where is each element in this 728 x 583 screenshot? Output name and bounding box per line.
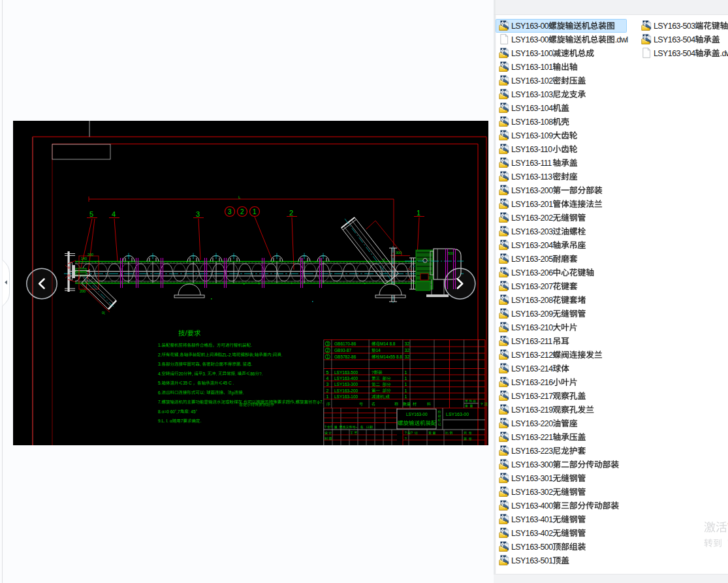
svg-text:LSY163-108: LSY163-108 xyxy=(511,118,553,127)
svg-text:?: ? xyxy=(372,370,374,375)
svg-text:GB93-87: GB93-87 xyxy=(334,348,351,353)
svg-text:.dw: .dw xyxy=(720,49,728,58)
svg-text:LSY163-00: LSY163-00 xyxy=(406,412,428,417)
svg-text:6.: 6. xyxy=(158,390,162,395)
svg-text:LSY163-00: LSY163-00 xyxy=(446,412,469,417)
svg-text:7.: 7. xyxy=(320,400,324,404)
svg-text:9.L. l.: 9.L. l. xyxy=(158,418,168,423)
svg-text:8.: 8. xyxy=(158,409,162,414)
svg-text:?.: ?. xyxy=(259,371,263,376)
svg-text:: 45: : 45 xyxy=(189,409,196,414)
svg-text:35 C: 35 C xyxy=(183,381,192,385)
svg-text:LSY163-00: LSY163-00 xyxy=(511,22,549,31)
svg-text:1: 1 xyxy=(417,209,420,217)
svg-text:.: . xyxy=(240,362,242,366)
svg-text:20: 20 xyxy=(178,371,183,376)
svg-text:LSY163-211: LSY163-211 xyxy=(511,337,552,346)
svg-text:LSY163-500: LSY163-500 xyxy=(511,543,553,552)
svg-text:LSY163-223: LSY163-223 xyxy=(511,447,553,456)
svg-text:1: 1 xyxy=(405,394,407,399)
svg-text:LSY163-400: LSY163-400 xyxy=(334,376,358,381)
svg-text:LSY163-300: LSY163-300 xyxy=(511,460,553,469)
svg-text:LSY163-504: LSY163-504 xyxy=(654,35,695,44)
svg-text:LSY163-102: LSY163-102 xyxy=(511,76,553,86)
svg-text:LSY163-500: LSY163-500 xyxy=(334,370,358,375)
svg-text:;: ; xyxy=(253,353,255,357)
svg-text:LSY163-00: LSY163-00 xyxy=(511,35,549,44)
svg-text:2: 2 xyxy=(289,209,293,217)
svg-text:32: 32 xyxy=(405,348,410,353)
svg-text::: : xyxy=(204,390,205,395)
svg-text:ZL-2.: ZL-2. xyxy=(222,353,232,357)
svg-text:3: 3 xyxy=(196,210,200,218)
svg-text:4.: 4. xyxy=(158,371,162,376)
svg-text:LSY163-103: LSY163-103 xyxy=(511,90,553,99)
svg-text:?: ? xyxy=(405,431,407,435)
svg-text:LSY163-202: LSY163-202 xyxy=(511,213,553,223)
svg-text::: : xyxy=(472,400,473,403)
svg-text:LSY163-221: LSY163-221 xyxy=(511,433,553,442)
svg-text:1: 1 xyxy=(405,388,407,393)
svg-text:LSY163-217: LSY163-217 xyxy=(511,392,553,401)
svg-text:?: ? xyxy=(411,431,413,435)
svg-text:45 C .: 45 C . xyxy=(223,381,234,385)
svg-text:?: ? xyxy=(405,437,407,441)
svg-text:1: 1 xyxy=(405,382,407,386)
svg-text:LSY163-503: LSY163-503 xyxy=(654,22,695,31)
svg-text:LSY163-200: LSY163-200 xyxy=(334,388,358,393)
svg-text:5.: 5. xyxy=(158,381,162,385)
svg-text:LSY163-204: LSY163-204 xyxy=(511,241,553,250)
svg-text:p: p xyxy=(232,390,234,396)
svg-text:.: . xyxy=(243,390,244,395)
svg-text:LSY163-104: LSY163-104 xyxy=(511,104,553,113)
svg-text:LSY163-212: LSY163-212 xyxy=(511,351,553,360)
svg-text:140: 140 xyxy=(81,257,87,260)
svg-text:1: 1 xyxy=(405,370,407,375)
svg-text:,: , xyxy=(200,362,201,366)
svg-text:0(: 0( xyxy=(102,311,105,315)
svg-text:.: . xyxy=(178,353,180,357)
svg-text:300: 300 xyxy=(396,251,402,255)
svg-text::: : xyxy=(272,353,273,357)
svg-text:4: 4 xyxy=(112,210,116,218)
svg-text:2: 2 xyxy=(240,208,244,215)
svg-text:LSY163-401: LSY163-401 xyxy=(511,515,553,524)
svg-text:LSY163-109: LSY163-109 xyxy=(511,131,553,140)
svg-text:5: 5 xyxy=(326,370,329,375)
svg-text:LSY163-110: LSY163-110 xyxy=(511,145,552,154)
svg-text:.: . xyxy=(251,343,252,347)
svg-text:500: 500 xyxy=(448,251,454,255)
svg-text:M14x55 8.8: M14x55 8.8 xyxy=(380,355,402,359)
svg-text:LSY163-201: LSY163-201 xyxy=(511,200,553,209)
svg-text:LSY163-210: LSY163-210 xyxy=(511,323,553,332)
svg-text:LSY163-220: LSY163-220 xyxy=(511,419,553,428)
svg-text:7.: 7. xyxy=(158,400,162,404)
svg-text:200: 200 xyxy=(87,253,93,257)
svg-text:32: 32 xyxy=(405,341,410,346)
svg-text:3.: 3. xyxy=(202,371,206,376)
svg-text:~: ~ xyxy=(356,425,358,429)
svg-text:/: / xyxy=(185,329,187,337)
svg-text:GB6170-86: GB6170-86 xyxy=(334,341,356,346)
svg-text:LSY163-301: LSY163-301 xyxy=(511,474,553,483)
svg-text:32: 32 xyxy=(405,355,410,359)
svg-text:LSY163-203: LSY163-203 xyxy=(511,227,553,236)
svg-text:LSY163-113: LSY163-113 xyxy=(511,172,552,181)
svg-text:GB5782-86: GB5782-86 xyxy=(334,355,356,359)
svg-text:3: 3 xyxy=(326,382,329,386)
svg-text:,: , xyxy=(192,371,193,376)
svg-text:2: 2 xyxy=(326,348,329,353)
svg-text:3.: 3. xyxy=(158,362,162,366)
svg-text:.dwl: .dwl xyxy=(615,35,628,44)
svg-text:LSY163-214: LSY163-214 xyxy=(511,364,553,373)
svg-text:LSY163-206: LSY163-206 xyxy=(511,268,553,277)
svg-text:4: 4 xyxy=(326,376,329,381)
svg-text:LSY163-400: LSY163-400 xyxy=(511,501,553,511)
svg-text:14: 14 xyxy=(376,348,381,353)
svg-text:;: ; xyxy=(385,394,386,399)
svg-text:1: 1 xyxy=(326,394,329,399)
svg-text:LSY163-205: LSY163-205 xyxy=(511,255,553,264)
svg-text:?: ? xyxy=(324,425,326,429)
svg-text:LSY163-207: LSY163-207 xyxy=(511,282,553,291)
svg-text:LSY163-209: LSY163-209 xyxy=(511,309,553,319)
